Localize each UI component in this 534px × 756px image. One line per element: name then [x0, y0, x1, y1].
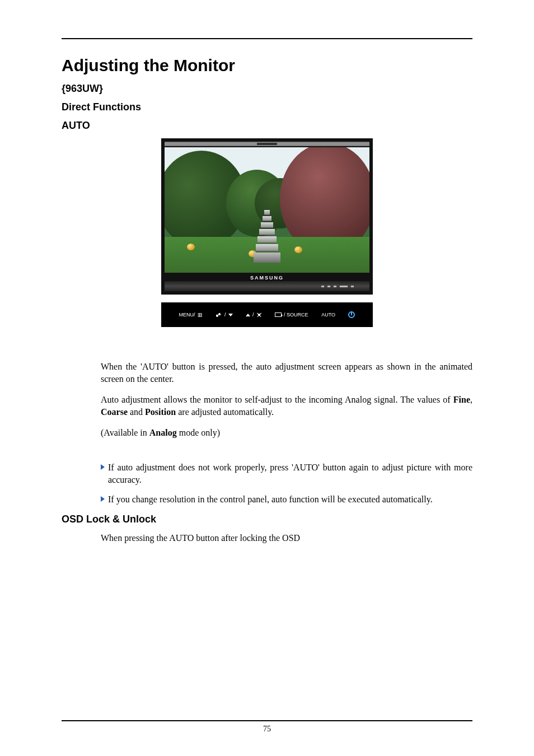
source-button-group: / SOURCE: [275, 312, 308, 318]
model-heading: {963UW}: [62, 83, 472, 95]
lamp-1: [187, 244, 195, 250]
power-icon: [348, 311, 355, 318]
enter-icon: [275, 312, 282, 317]
triangle-down-icon: [228, 314, 233, 316]
osd-button-bar: MENU/▥ / / / SOURCE AUTO: [161, 302, 373, 327]
monitor-brand-label: SAMSUNG: [165, 273, 369, 281]
arrow-bullet-icon: [101, 464, 105, 470]
monitor-illustration: SAMSUNG: [161, 138, 373, 295]
p2-a: Auto adjustment allows the monitor to se…: [101, 395, 453, 404]
p2-b: are adjusted automatically.: [176, 407, 274, 417]
note-2-text: If you change resolution in the control …: [108, 493, 433, 506]
menu-button-label: MENU/▥: [179, 312, 203, 318]
note-item-1: If auto adjustment does not work properl…: [101, 461, 472, 486]
note-1-text: If auto adjustment does not work properl…: [108, 461, 472, 486]
paragraph-2: Auto adjustment allows the monitor to se…: [101, 394, 472, 418]
page-title: Adjusting the Monitor: [62, 56, 472, 75]
direct-functions-heading: Direct Functions: [62, 101, 472, 113]
menu-text: MENU/: [179, 312, 195, 318]
figure-area: SAMSUNG MENU/▥ / / / SOURCE: [62, 138, 472, 327]
paragraph-3: (Available in Analog mode only): [101, 427, 472, 439]
source-label: / SOURCE: [284, 312, 308, 318]
brightness-icon: [256, 312, 262, 318]
down-button-group: /: [216, 312, 233, 318]
monitor-top-bezel: [165, 142, 369, 146]
auto-heading: AUTO: [62, 120, 472, 132]
top-horizontal-rule: [62, 38, 472, 39]
monitor-screen: [165, 147, 369, 273]
p2-sep1: ,: [470, 395, 472, 404]
slash-down: /: [224, 312, 226, 318]
page-number: 75: [62, 725, 472, 734]
monitor-slot: [257, 143, 277, 145]
slash-up: /: [252, 312, 254, 318]
osd-intro-text: When pressing the AUTO button after lock…: [101, 532, 472, 544]
osd-intro-block: When pressing the AUTO button after lock…: [101, 532, 472, 544]
triangle-up-icon: [246, 314, 250, 316]
menu-glyph: ▥: [198, 312, 203, 318]
pagoda: [254, 210, 280, 263]
note-list: If auto adjustment does not work properl…: [101, 461, 472, 506]
p2-coarse: Coarse: [101, 407, 128, 417]
page-footer: 75: [62, 720, 472, 734]
monitor-base: [165, 281, 369, 291]
power-button-group: [348, 311, 355, 318]
p3-b: mode only): [177, 428, 220, 437]
magic-bright-icon: [216, 312, 222, 317]
p2-fine: Fine: [453, 395, 470, 404]
body-text: When the 'AUTO' button is pressed, the a…: [101, 361, 472, 506]
p3-a: (Available in: [101, 428, 149, 437]
paragraph-1: When the 'AUTO' button is pressed, the a…: [101, 361, 472, 385]
p3-analog: Analog: [149, 428, 177, 437]
p2-sep2: and: [128, 407, 145, 417]
arrow-bullet-icon: [101, 496, 105, 502]
osd-lock-heading: OSD Lock & Unlock: [62, 514, 472, 525]
bottom-horizontal-rule: [62, 720, 472, 721]
lamp-3: [294, 246, 302, 253]
auto-button-label: AUTO: [321, 312, 335, 318]
note-item-2: If you change resolution in the control …: [101, 493, 472, 506]
p2-position: Position: [145, 407, 176, 417]
up-button-group: /: [246, 312, 262, 318]
